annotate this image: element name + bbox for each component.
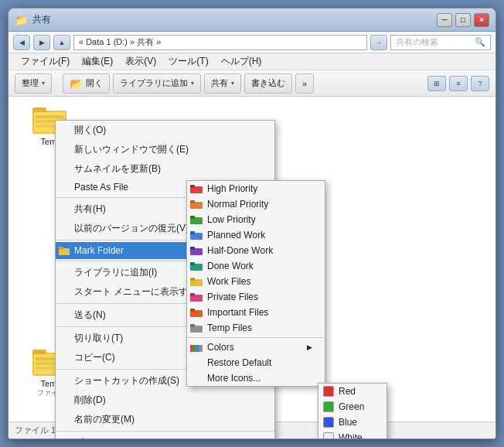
private-files-icon	[190, 292, 204, 302]
sep7	[56, 431, 274, 432]
svg-rect-3	[36, 115, 63, 118]
main-content: Temp Temp ファイル 開く(O) 新しいウィンドウで開く(E) サムネイ	[9, 97, 495, 421]
main-window: 📁 共有 ─ □ ✕ ◀ ▶ ▲ « Data 1 (D:) » 共有 » → …	[8, 8, 496, 439]
svg-rect-27	[190, 278, 195, 281]
menu-view[interactable]: 表示(V)	[119, 53, 162, 70]
path-text: « Data 1 (D:) » 共有 »	[79, 36, 161, 48]
more-button[interactable]: »	[295, 73, 314, 94]
view-icon2[interactable]: ≡	[449, 76, 468, 91]
color-green[interactable]: Green	[318, 399, 387, 415]
search-placeholder: 共有の検索	[396, 36, 438, 48]
mark-private-files[interactable]: Private Files	[187, 289, 325, 305]
ctx-refresh-thumb[interactable]: サムネイルを更新(B)	[56, 159, 274, 179]
mark-done-work[interactable]: Done Work	[187, 258, 325, 274]
view-icon1[interactable]: ⊞	[427, 76, 446, 91]
title-controls: ─ □ ✕	[437, 13, 489, 27]
back-button[interactable]: ◀	[13, 35, 30, 50]
organize-button[interactable]: 整理 ▾	[15, 73, 52, 94]
mark-low-priority[interactable]: Low Priority	[187, 212, 325, 227]
window-title: 共有	[32, 13, 51, 26]
temp-files-icon	[190, 322, 204, 333]
mark-temp-files[interactable]: Temp Files	[187, 320, 325, 336]
normal-priority-icon	[190, 199, 204, 210]
search-icon: 🔍	[475, 37, 485, 47]
library-arrow: ▾	[191, 80, 194, 87]
share-arrow: ▾	[231, 80, 234, 87]
close-button[interactable]: ✕	[474, 13, 489, 27]
svg-rect-21	[190, 231, 195, 234]
burn-label: 書き込む	[251, 77, 285, 89]
colors-icon	[190, 342, 204, 353]
mark-more-icons[interactable]: More Icons...	[187, 370, 325, 386]
mark-restore-default[interactable]: Restore Default	[187, 355, 325, 370]
svg-rect-34	[190, 345, 193, 352]
menu-bar: ファイル(F) 編集(E) 表示(V) ツール(T) ヘルプ(H)	[9, 53, 495, 70]
organize-arrow: ▾	[42, 80, 45, 87]
color-red[interactable]: Red	[318, 384, 387, 399]
refresh-button[interactable]: →	[370, 35, 387, 50]
ctx-properties[interactable]: プロパティ(R)	[56, 433, 274, 439]
up-button[interactable]: ▲	[53, 35, 70, 50]
toolbar: 整理 ▾ 📂 開く ライブラリに追加 ▾ 共有 ▾ 書き込む » ⊞ ≡ ?	[9, 70, 495, 97]
ctx-rename[interactable]: 名前の変更(M)	[56, 410, 274, 429]
svg-rect-31	[190, 309, 195, 312]
open-icon	[59, 125, 71, 137]
mark-half-done[interactable]: Half-Done Work	[187, 243, 325, 258]
minimize-button[interactable]: ─	[437, 13, 452, 27]
svg-rect-35	[193, 345, 196, 352]
title-bar-left: 📁 共有	[15, 13, 51, 26]
title-bar: 📁 共有 ─ □ ✕	[9, 9, 495, 32]
blue-dot	[323, 417, 334, 428]
menu-file[interactable]: ファイル(F)	[15, 53, 76, 70]
high-priority-icon	[190, 183, 204, 194]
color-white[interactable]: White	[318, 430, 387, 439]
color-blue[interactable]: Blue	[318, 415, 387, 430]
search-box[interactable]: 共有の検索 🔍	[390, 35, 491, 50]
green-dot	[323, 401, 334, 412]
share-label: 共有	[211, 77, 228, 89]
organize-label: 整理	[22, 77, 39, 89]
red-dot	[323, 386, 334, 397]
library-button[interactable]: ライブラリに追加 ▾	[113, 73, 201, 94]
mark-important-files[interactable]: Important Files	[187, 305, 325, 320]
menu-help[interactable]: ヘルプ(H)	[215, 53, 268, 70]
svg-rect-37	[199, 345, 203, 352]
svg-rect-33	[190, 324, 195, 327]
help-icon[interactable]: ?	[471, 76, 489, 91]
svg-rect-23	[190, 247, 195, 250]
maximize-button[interactable]: □	[455, 13, 471, 27]
open-button[interactable]: 📂 開く	[63, 73, 110, 94]
address-path[interactable]: « Data 1 (D:) » 共有 »	[73, 35, 367, 50]
work-files-icon	[190, 276, 204, 287]
low-priority-icon	[190, 214, 204, 225]
open-label: 開く	[86, 77, 103, 89]
svg-rect-36	[196, 345, 199, 352]
svg-rect-17	[190, 200, 195, 203]
svg-rect-13	[59, 247, 63, 250]
white-dot	[323, 432, 334, 439]
mark-normal-priority[interactable]: Normal Priority	[187, 196, 325, 212]
planned-work-icon	[190, 230, 204, 241]
menu-edit[interactable]: 編集(E)	[76, 53, 119, 70]
submenu-colors: Red Green Blue White Gray Black	[318, 383, 387, 439]
mark-planned-work[interactable]: Planned Work	[187, 227, 325, 243]
share-button[interactable]: 共有 ▾	[204, 73, 241, 94]
mark-high-priority[interactable]: High Priority	[187, 181, 325, 196]
ctx-open[interactable]: 開く(O)	[56, 121, 274, 140]
burn-button[interactable]: 書き込む	[244, 73, 292, 94]
address-bar: ◀ ▶ ▲ « Data 1 (D:) » 共有 » → 共有の検索 🔍	[9, 32, 495, 53]
ctx-new-window[interactable]: 新しいウィンドウで開く(E)	[56, 140, 274, 159]
done-work-icon	[190, 261, 204, 271]
mark-work-files[interactable]: Work Files	[187, 274, 325, 289]
important-files-icon	[190, 307, 204, 318]
library-label: ライブラリに追加	[120, 77, 188, 89]
svg-rect-29	[190, 293, 195, 296]
mark-sep1	[187, 337, 325, 338]
half-done-icon	[190, 245, 204, 256]
svg-rect-15	[190, 185, 195, 188]
menu-tools[interactable]: ツール(T)	[162, 53, 214, 70]
forward-button[interactable]: ▶	[33, 35, 50, 50]
submenu-mark: High Priority Normal Priority Low Priori…	[186, 180, 325, 387]
ctx-delete[interactable]: 削除(D)	[56, 391, 274, 410]
mark-colors[interactable]: Colors	[187, 340, 325, 355]
